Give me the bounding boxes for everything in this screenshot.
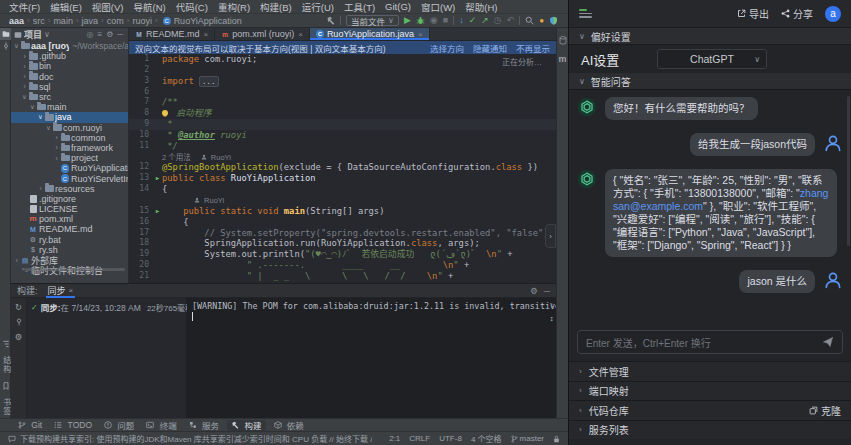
intention-bulb-icon[interactable] bbox=[162, 110, 168, 116]
git-push-button[interactable]: ↗ bbox=[481, 16, 489, 25]
close-icon[interactable]: × bbox=[204, 30, 209, 39]
tree-item-.gitignore[interactable]: .gitignore bbox=[11, 194, 128, 204]
tab-RuoYiApplication.java[interactable]: CRuoYiApplication.java× bbox=[310, 28, 430, 40]
breadcrumb-item[interactable]: aaa bbox=[9, 16, 24, 26]
close-icon[interactable]: × bbox=[69, 286, 74, 295]
code-editor[interactable]: 1package com.ruoyi;23import ...67/**8 启动… bbox=[129, 54, 556, 283]
user-account-avatar[interactable]: a bbox=[825, 6, 841, 22]
settings-gear-icon[interactable]: ⚙ bbox=[530, 286, 538, 296]
toolwindow-button-TODO[interactable]: TODO bbox=[50, 420, 96, 431]
toolwindow-button-服务[interactable]: 服务 bbox=[185, 420, 223, 431]
hide-panel-icon[interactable]: ─ bbox=[117, 30, 123, 39]
preferences-section-header[interactable]: ∨ 偏好设置 bbox=[569, 28, 851, 45]
menu-item-构建(B)[interactable]: 构建(B) bbox=[255, 0, 297, 14]
usages-hint[interactable]: 2 个用法 bbox=[162, 153, 191, 162]
debug-button[interactable] bbox=[416, 16, 425, 25]
stop-button[interactable]: ■ bbox=[443, 16, 448, 25]
toolwindow-button-Git[interactable]: Git bbox=[14, 420, 46, 431]
run-line-icon[interactable]: ▶ bbox=[153, 206, 162, 217]
caret-position[interactable]: 2:1 bbox=[389, 434, 400, 443]
refresh-icon[interactable]: ↻ bbox=[15, 302, 22, 312]
menu-item-视图(V)[interactable]: 视图(V) bbox=[87, 0, 129, 14]
tree-item-README.md[interactable]: MREADME.md bbox=[11, 224, 128, 234]
menu-item-窗口(W)[interactable]: 窗口(W) bbox=[416, 0, 460, 14]
section-端口映射[interactable]: ›端口映射 bbox=[569, 381, 851, 401]
commit-tool-icon[interactable] bbox=[0, 40, 11, 52]
banner-action-dont-show[interactable]: 不再显示 bbox=[516, 42, 550, 54]
run-config-select[interactable]: 当前文件 ∨ bbox=[346, 15, 399, 26]
menu-item-编辑(E)[interactable]: 编辑(E) bbox=[45, 0, 87, 14]
section-服务列表[interactable]: ›服务列表 bbox=[569, 420, 851, 440]
project-tool-icon[interactable] bbox=[0, 28, 11, 40]
send-icon[interactable] bbox=[822, 336, 834, 348]
tree-item-doc[interactable]: ›doc bbox=[11, 72, 128, 82]
line-separator[interactable]: CRLF bbox=[409, 434, 430, 443]
sync-status-row[interactable]: ✓ 同步: 在 7/14/23, 10:28 AM 22秒765毫秒 bbox=[31, 301, 182, 313]
clone-button[interactable]: 克隆 bbox=[809, 403, 841, 418]
pin-icon[interactable] bbox=[15, 318, 23, 326]
search-everywhere-icon[interactable] bbox=[525, 16, 534, 25]
tree-item-pom.xml[interactable]: mpom.xml bbox=[11, 214, 128, 224]
tree-item-aaa [ruoyi][interactable]: ∨aaa [ruoyi]~/Workspace/aaa bbox=[11, 41, 128, 51]
toolwindow-button-构建[interactable]: 构建 bbox=[227, 420, 265, 431]
menu-item-代码(C)[interactable]: 代码(C) bbox=[171, 0, 213, 14]
locate-file-icon[interactable]: ◎ bbox=[87, 30, 94, 39]
breadcrumb-item[interactable]: main bbox=[53, 16, 73, 26]
tree-item-LICENSE[interactable]: LICENSE bbox=[11, 204, 128, 214]
profiler-button[interactable]: ◉ bbox=[430, 16, 438, 25]
close-icon[interactable]: × bbox=[298, 30, 303, 39]
git-branch[interactable]: master bbox=[511, 434, 544, 443]
panel-expand-chevron[interactable]: › bbox=[545, 224, 556, 248]
run-button[interactable]: ▶ bbox=[404, 16, 411, 25]
filter-icon[interactable]: ⚙ bbox=[15, 332, 23, 342]
profile-shield-icon[interactable] bbox=[549, 16, 558, 25]
tree-item-common[interactable]: ›common bbox=[11, 133, 128, 143]
menu-item-重构(R)[interactable]: 重构(R) bbox=[213, 0, 255, 14]
banner-action-hide-notification[interactable]: 隐藏通知 bbox=[473, 42, 507, 54]
tree-item-com.ruoyi[interactable]: ∨com.ruoyi bbox=[11, 123, 128, 133]
menu-item-工具(T)[interactable]: 工具(T) bbox=[339, 0, 380, 14]
tree-item-RuoYiApplication[interactable]: CRuoYiApplication bbox=[11, 163, 128, 173]
task-list-icon[interactable] bbox=[579, 9, 592, 18]
tree-item-main[interactable]: ∨main bbox=[11, 102, 128, 112]
indent-setting[interactable]: 4 个空格 bbox=[471, 433, 502, 444]
tab-README.md[interactable]: MREADME.md× bbox=[129, 28, 215, 40]
breadcrumb-item[interactable]: ruoyi bbox=[132, 16, 152, 26]
toolwindow-button-依赖[interactable]: 依赖 bbox=[270, 420, 308, 431]
folded-code-chip[interactable]: ... bbox=[199, 76, 219, 87]
hammer-build-icon[interactable] bbox=[326, 16, 335, 25]
bookmarks-tool-icon[interactable] bbox=[0, 380, 11, 392]
scroll-to-end-icon[interactable]: ↧ bbox=[549, 314, 554, 323]
tree-item-ry.bat[interactable]: ⚙ry.bat bbox=[11, 235, 128, 245]
banner-action-choose-direction[interactable]: 选择方向 bbox=[430, 42, 464, 54]
menu-item-文件(F)[interactable]: 文件(F) bbox=[4, 0, 45, 14]
export-button[interactable]: 导出 bbox=[737, 6, 769, 21]
share-button[interactable]: 分享 bbox=[781, 6, 813, 21]
tree-item-bin[interactable]: ›bin bbox=[11, 61, 128, 71]
menu-item-帮助(H)[interactable]: 帮助(H) bbox=[460, 0, 502, 14]
tab-pom.xml (ruoyi)[interactable]: mpom.xml (ruoyi)× bbox=[215, 28, 310, 40]
file-encoding[interactable]: UTF-8 bbox=[439, 434, 462, 443]
tree-item-framework[interactable]: ›framework bbox=[11, 143, 128, 153]
lock-icon[interactable] bbox=[553, 435, 560, 443]
settings-gear-icon[interactable]: ⚙ bbox=[106, 30, 113, 39]
database-tool-icon[interactable] bbox=[559, 36, 567, 45]
git-update-button[interactable]: ↓ bbox=[459, 16, 464, 25]
tree-item-.github[interactable]: ›.github bbox=[11, 51, 128, 61]
hide-panel-icon[interactable]: ─ bbox=[544, 286, 550, 296]
breadcrumb-item[interactable]: RuoYiApplication bbox=[174, 16, 242, 26]
soft-wrap-icon[interactable]: ↴ bbox=[549, 301, 554, 310]
toolwindow-button-终端[interactable]: 终端 bbox=[142, 420, 180, 431]
status-message[interactable]: 下载预构建共享索引: 使用预构建的JDK和Maven 库共享索引减少索引时间和 … bbox=[20, 433, 372, 444]
section-文件管理[interactable]: ›文件管理 bbox=[569, 361, 851, 381]
menu-item-运行(U)[interactable]: 运行(U) bbox=[297, 0, 339, 14]
menu-item-导航(N)[interactable]: 导航(N) bbox=[128, 0, 170, 14]
collapse-all-icon[interactable]: ≡ bbox=[97, 30, 102, 39]
tree-item-ry.sh[interactable]: $ry.sh bbox=[11, 245, 128, 255]
tree-item-java[interactable]: ∨java bbox=[11, 112, 128, 122]
status-bubble-icon[interactable] bbox=[8, 435, 16, 443]
history-button[interactable]: ◷ bbox=[494, 16, 502, 25]
notifications-icon[interactable]: ● bbox=[539, 17, 544, 25]
menu-item-Git(G)[interactable]: Git(G) bbox=[380, 1, 416, 12]
model-select[interactable]: ChatGPT ∨ bbox=[657, 49, 767, 69]
